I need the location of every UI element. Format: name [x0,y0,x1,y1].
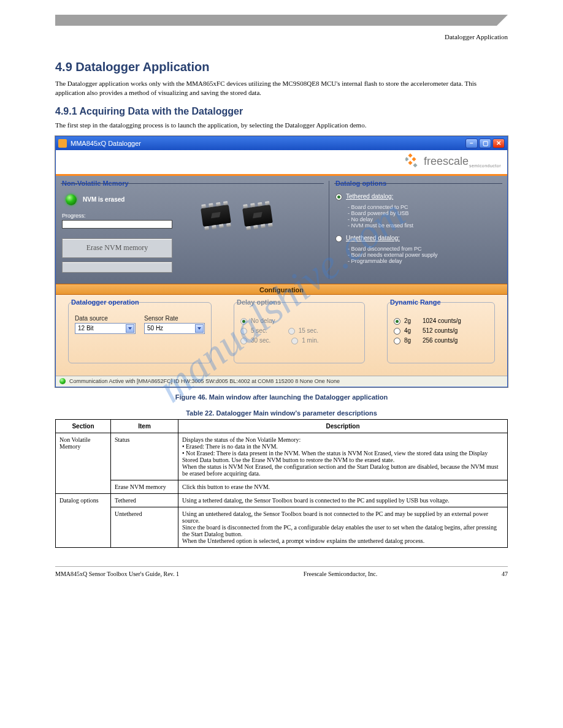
minimize-button[interactable]: − [465,138,478,148]
close-button[interactable]: ✕ [492,138,505,148]
nvm-panel: Non-Volatile Memory NVM is erased Progre… [56,176,329,284]
tethered-sub-0: - Board connected to PC [348,204,501,210]
cell-desc: Using an untethered datalog, the Sensor … [178,507,508,547]
datalogger-operation-group: Data source 12 Bit Sensor Rate 50 Hz [63,300,216,368]
app-icon [58,139,67,148]
chip-graphic [197,200,280,231]
brand-row: freescale semiconductor [56,150,507,176]
table-row: Erase NVM memoryClick this button to era… [56,480,508,493]
secondary-button[interactable] [62,262,172,273]
datalog-options-panel: Datalog options Tethered datalog: - Boar… [329,176,507,284]
status-text: Communication Active with [MMA8652FC] ID… [69,378,340,384]
data-source-select[interactable]: 12 Bit [75,323,136,334]
radio-icon [288,328,295,335]
cell-section: Non Volatile Memory [56,433,111,493]
chevron-down-icon[interactable] [126,324,134,333]
logo-icon [405,153,421,171]
untethered-sub-1: - Board needs external power supply [348,252,501,258]
range-2g[interactable]: 2g1024 counts/g [394,317,488,325]
page-header: Datalogger Application [55,31,508,42]
footer-mid: Freescale Semiconductor, Inc. [179,571,502,577]
section-heading-1: 4.9 Datalogger Application [55,60,508,74]
range-4g[interactable]: 4g512 counts/g [394,327,488,335]
radio-icon [291,338,298,344]
radio-icon [240,328,247,335]
table-row: Datalog optionsTetheredUsing a tethered … [56,493,508,507]
figure-caption: Figure 46. Main window after launching t… [55,393,508,401]
chevron-down-icon[interactable] [195,324,204,333]
page-footer: MMA845xQ Sensor Toolbox User's Guide, Re… [55,566,508,577]
table-caption: Table 22. Datalogger Main window's param… [55,409,508,417]
header-bar [55,15,508,26]
top-row: Non-Volatile Memory NVM is erased Progre… [56,176,507,284]
delay-options-group: No delay 5 sec.15 sec. 30 sec.1 min. Del… [229,300,370,368]
th-item: Item [111,419,178,433]
radio-icon[interactable] [394,328,400,335]
cell-desc: Using a tethered datalog, the Sensor Too… [178,493,508,507]
svg-rect-4 [413,163,417,167]
radio-icon [240,318,247,325]
th-section: Section [56,419,111,433]
tethered-sub-2: - No delay [348,216,501,222]
svg-rect-2 [408,161,412,165]
cell-desc: Displays the status of the Non Volatile … [178,433,508,480]
app-window: MMA845xQ Datalogger − ▢ ✕ freescale semi… [55,136,508,387]
tethered-sub-3: - NVM must be erased first [348,222,501,229]
table-row: UntetheredUsing an untethered datalog, t… [56,507,508,547]
footer-right: 47 [502,571,508,577]
footer-left: MMA845xQ Sensor Toolbox User's Guide, Re… [55,571,179,577]
progress-bar [62,220,172,229]
untethered-sub-0: - Board disconnected from PC [348,246,501,252]
range-8g[interactable]: 8g256 counts/g [394,337,488,344]
intro-paragraph: The Datalogger application works only wi… [55,79,508,97]
freescale-logo: freescale semiconductor [405,153,501,171]
cell-section: Datalog options [56,493,111,547]
status-led-icon [66,194,77,205]
nvm-status: NVM is erased [83,196,124,203]
data-source-label: Data source [75,315,136,322]
svg-rect-3 [405,157,409,161]
radio-icon[interactable] [394,318,400,325]
maximize-button[interactable]: ▢ [479,138,491,148]
cell-item: Untethered [111,507,178,547]
bottom-row: Data source 12 Bit Sensor Rate 50 Hz [56,295,507,376]
p2: The first step in the datalogging proces… [55,121,508,130]
parameters-table: Section Item Description Non Volatile Me… [55,419,508,548]
radio-icon[interactable] [335,194,342,200]
svg-rect-1 [412,157,416,161]
section-heading-2: 4.9.1 Acquiring Data with the Datalogger [55,106,508,117]
status-led-icon [59,378,66,384]
cell-item: Erase NVM memory [111,480,178,493]
th-desc: Description [178,419,508,433]
erase-nvm-button[interactable]: Erase NVM memory [62,238,172,258]
status-bar: Communication Active with [MMA8652FC] ID… [56,376,507,387]
tethered-option[interactable]: Tethered datalog: [335,193,501,200]
window-titlebar[interactable]: MMA845xQ Datalogger − ▢ ✕ [56,137,507,150]
cell-item: Status [111,433,178,480]
tethered-sub-1: - Board powered by USB [348,210,501,216]
sensor-rate-label: Sensor Rate [144,315,205,322]
svg-rect-0 [408,153,412,157]
untethered-sub-2: - Programmable delay [348,258,501,264]
sensor-rate-select[interactable]: 50 Hz [144,323,205,334]
untethered-option[interactable]: Untethered datalog: [335,235,501,242]
radio-icon [240,338,247,344]
header-right: Datalogger Application [445,33,508,40]
window-title: MMA845xQ Datalogger [71,140,141,147]
configuration-bar: Configuration [56,284,507,295]
cell-desc: Click this button to erase the NVM. [178,480,508,493]
radio-icon[interactable] [394,338,400,344]
dynamic-range-group: 2g1024 counts/g 4g512 counts/g 8g256 cou… [382,300,500,368]
table-row: Non Volatile MemoryStatusDisplays the st… [56,433,508,480]
progress-label: Progress: [62,213,323,219]
radio-icon[interactable] [335,235,342,242]
cell-item: Tethered [111,493,178,507]
